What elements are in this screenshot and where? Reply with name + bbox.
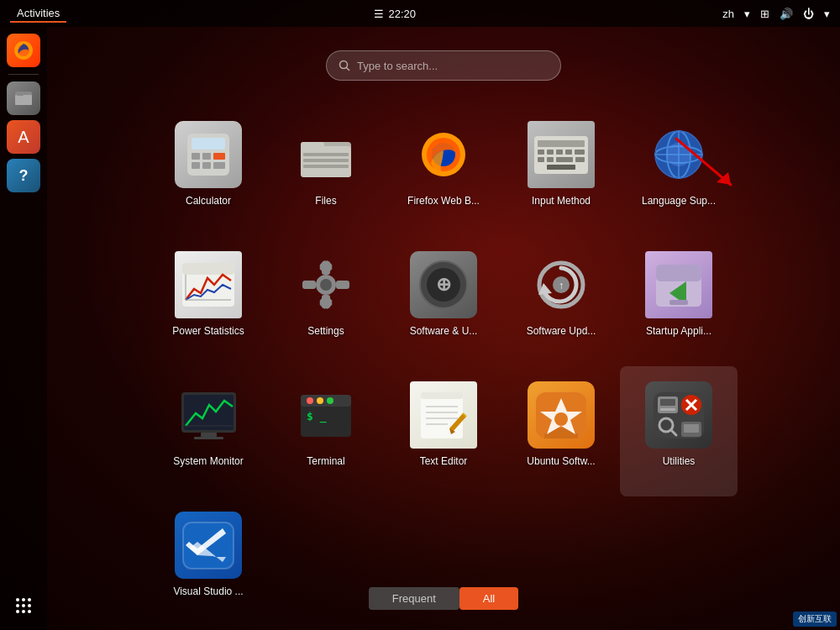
app-power-statistics[interactable]: Power Statistics: [150, 236, 267, 366]
ubuntu-software-label: Ubuntu Softw...: [527, 455, 595, 467]
language-support-icon: [645, 121, 712, 188]
power-statistics-icon: [175, 251, 242, 318]
firefox-icon: [410, 121, 477, 188]
sidebar-apps-grid-button[interactable]: [13, 596, 34, 620]
main-content: Type to search... Calculator: [47, 27, 840, 630]
svg-rect-77: [669, 300, 688, 305]
app-terminal[interactable]: $ _ Terminal: [267, 366, 385, 496]
svg-point-51: [667, 143, 690, 166]
app-files[interactable]: Files: [267, 106, 385, 236]
app-text-editor[interactable]: Text Editor: [385, 366, 502, 496]
firefox-label: Firefox Web B...: [407, 195, 480, 207]
text-editor-label: Text Editor: [420, 455, 468, 467]
network-icon[interactable]: ⊞: [760, 8, 769, 20]
svg-rect-29: [303, 165, 349, 168]
svg-rect-53: [182, 263, 234, 275]
files-label: Files: [315, 195, 336, 207]
power-menu-icon[interactable]: ⏻: [803, 8, 814, 20]
search-bar[interactable]: Type to search...: [326, 50, 561, 81]
svg-point-6: [22, 598, 25, 601]
vscode-label: Visual Studio ...: [173, 585, 243, 597]
svg-text:⊕: ⊕: [436, 274, 451, 295]
svg-text:$ _: $ _: [307, 410, 327, 423]
system-monitor-label: System Monitor: [173, 455, 243, 467]
svg-point-86: [317, 397, 323, 404]
ubuntu-software-icon: [528, 381, 595, 449]
activities-button[interactable]: Activities: [10, 5, 66, 23]
app-software-upd[interactable]: ↑ Software Upd...: [502, 236, 620, 366]
files-icon: [292, 121, 360, 188]
svg-rect-101: [660, 408, 675, 411]
app-settings[interactable]: Settings: [267, 236, 385, 366]
svg-rect-108: [684, 424, 699, 433]
watermark: 创新互联: [793, 612, 837, 627]
tab-frequent[interactable]: Frequent: [369, 587, 459, 610]
svg-rect-41: [547, 157, 554, 162]
svg-rect-65: [319, 295, 333, 309]
app-calculator[interactable]: Calculator: [150, 106, 267, 236]
app-system-monitor[interactable]: System Monitor: [150, 366, 267, 496]
tab-all[interactable]: All: [459, 587, 518, 610]
svg-rect-89: [421, 392, 463, 438]
svg-rect-38: [565, 150, 572, 155]
app-utilities[interactable]: Utilities: [620, 366, 738, 496]
topbar-left: Activities: [10, 5, 66, 23]
svg-rect-100: [660, 399, 675, 406]
volume-icon[interactable]: 🔊: [780, 8, 793, 20]
svg-point-85: [307, 397, 313, 404]
svg-rect-19: [202, 153, 211, 160]
svg-rect-44: [547, 165, 575, 170]
topbar: Activities ☰ 22:20 zh ▾ ⊞ 🔊 ⏻ ▾: [0, 0, 840, 27]
sidebar-item-help[interactable]: ?: [7, 159, 40, 192]
settings-label: Settings: [307, 325, 344, 337]
svg-rect-23: [213, 162, 225, 169]
bottom-tabs: Frequent All: [369, 587, 519, 610]
app-input-method[interactable]: Input Method: [502, 106, 620, 236]
search-placeholder: Type to search...: [357, 60, 438, 72]
svg-point-5: [16, 598, 19, 601]
search-container: Type to search...: [326, 50, 561, 81]
svg-point-8: [16, 604, 19, 607]
utilities-label: Utilities: [663, 455, 696, 467]
topbar-right: zh ▾ ⊞ 🔊 ⏻ ▾: [722, 8, 830, 20]
sidebar-item-files[interactable]: [7, 81, 40, 115]
svg-rect-20: [213, 153, 225, 160]
app-startup-appli[interactable]: Startup Appli...: [620, 236, 738, 366]
svg-point-87: [327, 397, 333, 404]
svg-rect-82: [194, 437, 223, 439]
svg-rect-36: [547, 150, 554, 155]
svg-line-15: [347, 68, 350, 71]
language-indicator[interactable]: zh: [722, 8, 734, 20]
sidebar-item-software[interactable]: A: [7, 120, 40, 154]
app-grid: Calculator Files: [150, 106, 738, 627]
svg-rect-63: [319, 260, 333, 274]
settings-icon: [292, 251, 360, 318]
svg-rect-21: [192, 162, 200, 169]
software-u-icon: ⊕: [410, 251, 477, 318]
svg-rect-81: [201, 433, 217, 437]
svg-rect-34: [538, 140, 585, 147]
svg-point-11: [16, 610, 19, 613]
svg-point-57: [320, 279, 332, 291]
svg-rect-27: [303, 153, 349, 156]
svg-rect-35: [538, 150, 544, 155]
svg-rect-26: [301, 142, 324, 150]
language-support-label: Language Sup...: [642, 195, 716, 207]
app-vscode[interactable]: Visual Studio ...: [150, 496, 267, 627]
svg-rect-3: [15, 95, 32, 105]
svg-rect-60: [302, 281, 316, 289]
app-ubuntu-software[interactable]: Ubuntu Softw...: [502, 366, 620, 496]
app-firefox[interactable]: Firefox Web B...: [385, 106, 502, 236]
svg-point-10: [28, 604, 31, 607]
input-method-icon: [528, 121, 595, 188]
svg-rect-22: [202, 162, 211, 169]
svg-rect-39: [575, 150, 585, 155]
app-software-u[interactable]: ⊕ Software & U...: [385, 236, 502, 366]
svg-rect-61: [336, 281, 349, 289]
svg-rect-4: [17, 93, 24, 96]
app-language-support[interactable]: Language Sup...: [620, 106, 738, 236]
sidebar-item-firefox[interactable]: [7, 34, 40, 67]
power-statistics-label: Power Statistics: [172, 325, 244, 337]
input-method-label: Input Method: [532, 195, 591, 207]
sidebar: A ?: [0, 27, 47, 630]
